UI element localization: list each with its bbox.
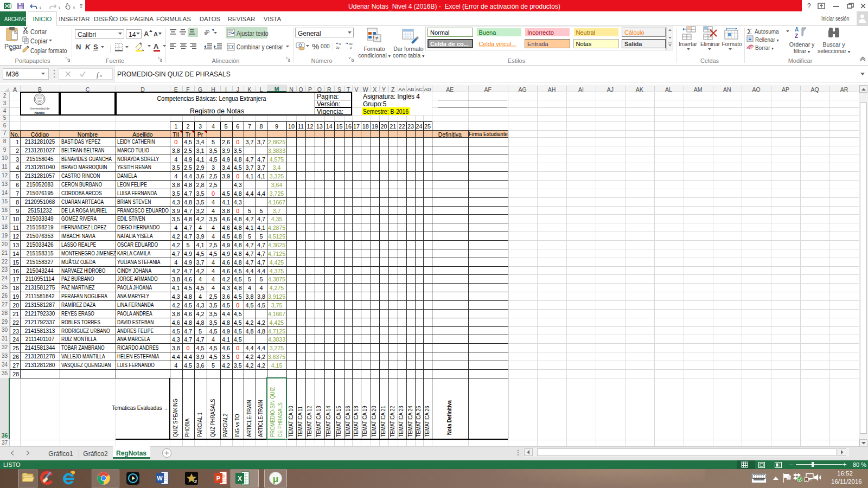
svg-text:P: P: [216, 475, 220, 481]
svg-text:?: ?: [807, 2, 811, 10]
svg-text:A: A: [154, 42, 159, 50]
svg-text:≠: ≠: [375, 35, 379, 41]
svg-text:0: 0: [350, 46, 352, 49]
svg-text:0: 0: [339, 42, 341, 46]
svg-text:A: A: [795, 27, 799, 33]
svg-text:W: W: [157, 475, 163, 481]
svg-text:2: 2: [194, 479, 197, 484]
svg-text:μ: μ: [273, 474, 278, 484]
svg-text:x: x: [99, 73, 102, 78]
svg-text:X: X: [238, 475, 242, 483]
svg-text:Z: Z: [795, 33, 798, 39]
svg-text:00: 00: [349, 42, 353, 46]
svg-text:00: 00: [336, 46, 340, 49]
